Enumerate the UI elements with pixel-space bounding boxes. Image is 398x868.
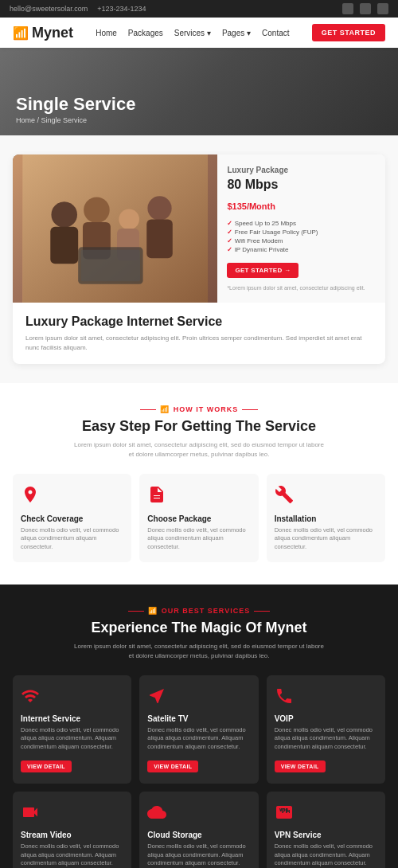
step-card-3: Installation Donec mollis odio velit, ve… <box>267 474 385 563</box>
service-card-title: Luxury Package Internet Service <box>25 314 373 329</box>
twitter-icon[interactable] <box>377 3 388 14</box>
breadcrumb: Home / Single Service <box>16 116 135 124</box>
document-icon <box>147 485 250 508</box>
facebook-icon[interactable] <box>342 3 353 14</box>
package-price: $135/Month <box>227 195 376 213</box>
hero-content: Single Service Home / Single Service <box>16 95 135 124</box>
top-bar-phone: +123-234-1234 <box>97 5 146 13</box>
vpn-service-title: VPN Service <box>275 831 377 839</box>
package-speed: 80 Mbps <box>227 178 376 192</box>
service-item-internet: Internet Service Donec mollis odio velit… <box>13 675 131 784</box>
voip-service-title: VOIP <box>275 714 377 723</box>
voip-view-detail-button[interactable]: VIEW DETAIL <box>275 760 326 772</box>
service-item-cloud: Cloud Storage Donec mollis odio velit, v… <box>139 792 258 868</box>
package-cta-button[interactable]: GET STARTED → <box>227 263 298 278</box>
internet-service-desc: Donec mollis odio velit, vel commodo ali… <box>21 726 123 752</box>
family-illustration <box>13 154 217 303</box>
wifi-service-icon <box>21 686 123 710</box>
svg-point-8 <box>147 196 171 220</box>
feature-list: Speed Up to 25 Mbps Free Fair Usage Poli… <box>227 220 376 253</box>
nav-pages[interactable]: Pages ▾ <box>222 29 251 37</box>
tv-service-icon <box>147 686 250 710</box>
step-2-title: Choose Package <box>147 514 250 523</box>
voip-service-desc: Donec mollis odio velit, vel commodo ali… <box>275 726 377 752</box>
vpn-service-desc: Donec mollis odio velit, vel commodo ali… <box>275 843 377 868</box>
step-card-2: Choose Package Donec mollis odio velit, … <box>139 474 258 563</box>
logo-text: Mynet <box>32 25 73 41</box>
svg-rect-11 <box>81 250 140 282</box>
price-period: /Month <box>247 201 275 211</box>
cloud-service-icon <box>147 803 250 826</box>
service-card-description: Lorem ipsum dolor sit amet, consectetur … <box>25 334 373 353</box>
get-started-button[interactable]: GET STARTED <box>312 24 385 41</box>
svg-point-4 <box>84 197 110 224</box>
google-icon[interactable] <box>360 3 371 14</box>
feature-2: Free Fair Usage Policy (FUP) <box>227 229 376 236</box>
step-3-description: Donec mollis odio velit, vel commodo ali… <box>275 526 377 552</box>
svg-rect-3 <box>50 227 78 264</box>
steps-grid: Check Coverage Donec mollis odio velit, … <box>13 474 385 563</box>
tv-view-detail-button[interactable]: VIEW DETAIL <box>147 760 198 772</box>
svg-point-2 <box>51 201 77 228</box>
cloud-service-title: Cloud Storage <box>147 831 250 839</box>
how-title: Easy Step For Getting The Service <box>13 418 385 436</box>
how-it-works-section: 📶 HOW IT WORKS Easy Step For Getting The… <box>0 383 398 585</box>
how-tag: 📶 HOW IT WORKS <box>13 405 385 413</box>
service-card-pricing: Luxury Package 80 Mbps $135/Month Speed … <box>217 154 385 303</box>
how-tag-text: HOW IT WORKS <box>174 405 239 413</box>
internet-view-detail-button[interactable]: VIEW DETAIL <box>21 760 72 772</box>
top-bar-email: hello@sweetersolar.com <box>10 5 88 13</box>
feature-1: Speed Up to 25 Mbps <box>227 220 376 227</box>
navbar: 📶 Mynet Home Packages Services ▾ Pages ▾… <box>0 18 398 48</box>
service-card-bottom: Luxury Package Internet Service Lorem ip… <box>13 303 385 364</box>
video-service-title: Stream Video <box>21 831 123 839</box>
breadcrumb-current: Single Service <box>41 116 88 124</box>
vpn-service-icon <box>275 803 377 826</box>
services-description: Lorem ipsum dolor sit amet, consectetur … <box>72 642 326 661</box>
services-section: 📶 OUR BEST SERVICES Experience The Magic… <box>0 585 398 868</box>
breadcrumb-home[interactable]: Home <box>16 116 35 124</box>
step-3-title: Installation <box>275 514 377 523</box>
cloud-service-desc: Donec mollis odio velit, vel commodo ali… <box>147 843 250 868</box>
feature-4: IP Dynamic Private <box>227 246 376 253</box>
nav-contact[interactable]: Contact <box>262 29 289 37</box>
service-item-voip: VOIP Donec mollis odio velit, vel commod… <box>267 675 385 784</box>
pricing-note: *Lorem ipsum dolor sit amet, consectetur… <box>227 284 376 291</box>
service-card-top: Luxury Package 80 Mbps $135/Month Speed … <box>13 154 385 303</box>
service-card: Luxury Package 80 Mbps $135/Month Speed … <box>13 154 385 364</box>
services-title: Experience The Magic Of Mynet <box>13 620 385 637</box>
service-card-image <box>13 154 217 303</box>
price-value: $135 <box>227 201 246 211</box>
video-service-desc: Donec mollis odio velit, vel commodo ali… <box>21 843 123 868</box>
tv-service-desc: Donec mollis odio velit, vel commodo ali… <box>147 726 250 752</box>
wifi-section-icon: 📶 <box>160 405 170 413</box>
service-item-video: Stream Video Donec mollis odio velit, ve… <box>13 792 131 868</box>
service-item-tv: Satelite TV Donec mollis odio velit, vel… <box>139 675 258 784</box>
package-name: Luxury Package <box>227 166 376 174</box>
nav-services[interactable]: Services ▾ <box>174 29 211 37</box>
internet-service-title: Internet Service <box>21 714 123 723</box>
nav-home[interactable]: Home <box>96 29 117 37</box>
service-package-section: Luxury Package 80 Mbps $135/Month Speed … <box>0 135 398 383</box>
page-title: Single Service <box>16 95 135 114</box>
video-service-icon <box>21 803 123 826</box>
step-1-title: Check Coverage <box>21 514 123 523</box>
how-description: Lorem ipsum dolor sit amet, consectetur … <box>72 440 326 459</box>
step-1-description: Donec mollis odio velit, vel commodo ali… <box>21 526 123 552</box>
service-item-vpn: VPN Service Donec mollis odio velit, vel… <box>267 792 385 868</box>
nav-packages[interactable]: Packages <box>128 29 163 37</box>
services-tag: 📶 OUR BEST SERVICES <box>13 607 385 615</box>
services-grid: Internet Service Donec mollis odio velit… <box>13 675 385 868</box>
tv-service-title: Satelite TV <box>147 714 250 723</box>
phone-service-icon <box>275 686 377 710</box>
svg-rect-9 <box>146 219 173 258</box>
tools-icon <box>275 485 377 508</box>
logo: 📶 Mynet <box>13 25 73 41</box>
top-bar: hello@sweetersolar.com +123-234-1234 <box>0 0 398 18</box>
services-tag-text: OUR BEST SERVICES <box>162 607 250 615</box>
step-2-description: Donec mollis odio velit, vel commodo ali… <box>147 526 250 552</box>
wifi-logo-icon: 📶 <box>13 25 29 41</box>
step-card-1: Check Coverage Donec mollis odio velit, … <box>13 474 131 563</box>
nav-links: Home Packages Services ▾ Pages ▾ Contact <box>96 29 289 37</box>
top-bar-socials <box>342 3 388 14</box>
